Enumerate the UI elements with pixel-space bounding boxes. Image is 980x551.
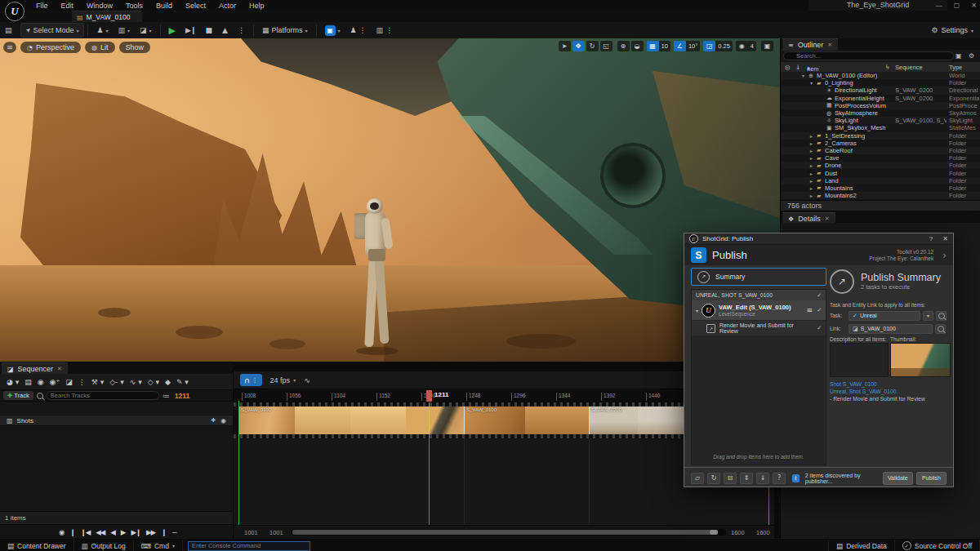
expand-arrow-icon[interactable]: ▾ [696, 308, 698, 313]
transport-button[interactable]: − [172, 528, 176, 536]
menu-item[interactable]: Build [156, 2, 172, 10]
expand-arrow-icon[interactable]: ▾ [802, 73, 808, 78]
surface-snap-toggle[interactable]: ◒ [631, 41, 644, 51]
outliner-row[interactable]: ◍ SkyAtmosphere SkyAtmos [781, 109, 980, 117]
cinematics-dropdown[interactable]: ◪▾ [135, 24, 157, 37]
expand-arrow-icon[interactable]: ▸ [810, 171, 817, 176]
perspective-dropdown[interactable]: ◔ Perspective [20, 42, 81, 53]
sequencer-toolbar-icon[interactable]: ◪ [65, 378, 73, 386]
shot-thumbnail[interactable] [295, 407, 350, 434]
sequencer-toolbar-icon[interactable]: ∿ ▾ [130, 378, 142, 386]
close-icon[interactable]: ✕ [827, 42, 832, 48]
maximize-viewport-button[interactable]: ▣ [761, 41, 773, 51]
dialog-footer-icon-button[interactable]: ⊟ [724, 473, 737, 484]
sequencer-toolbar-icon[interactable]: ◇ ▾ [148, 378, 159, 386]
show-dropdown[interactable]: Show [119, 42, 151, 53]
sequencer-toolbar-icon[interactable]: ◆ [165, 378, 171, 386]
pin-icon[interactable]: ↓ [795, 64, 800, 71]
playhead-marker[interactable] [426, 390, 432, 402]
dialog-footer-icon-button[interactable]: ↻ [707, 473, 720, 484]
outliner-search-input[interactable] [783, 51, 954, 60]
rotate-tool[interactable]: ↻ [586, 41, 599, 51]
revision-control-button[interactable]: ▥⋮ [372, 24, 399, 37]
grid-snap-control[interactable]: ▦ 10 [647, 41, 670, 51]
maximize-button[interactable]: ▢ [954, 2, 960, 9]
add-shot-button[interactable]: ✚ [211, 417, 216, 424]
sequencer-toolbar-icon[interactable]: ⚒ ▾ [91, 378, 104, 386]
outliner-row[interactable]: ▸ ▰ Land Folder [781, 177, 980, 184]
add-actor-dropdown[interactable]: ♟▾ [91, 24, 113, 37]
chevron-right-icon[interactable]: › [942, 250, 947, 261]
sequencer-toolbar-icon[interactable]: ⋮ [78, 378, 86, 386]
item-menu-icon[interactable]: ≡ [807, 306, 813, 314]
scale-snap-control[interactable]: ◲ 0.25 [703, 41, 733, 51]
publish-task-row[interactable]: ↗ Render Movie and Submit for Review ✓ [692, 320, 826, 335]
check-icon[interactable]: ✓ [817, 307, 822, 313]
task-dropdown-button[interactable]: ▾ [923, 311, 933, 321]
dialog-footer-icon-button[interactable]: ▱ [691, 473, 704, 484]
cmd-dropdown[interactable]: ⌨ Cmd ▾ [134, 540, 183, 551]
minimize-button[interactable]: — [936, 2, 942, 9]
play-options-button[interactable]: ⋮ [233, 24, 250, 37]
shot-thumbnail[interactable]: S_VAW_0100 [239, 407, 295, 434]
outliner-row[interactable]: ▾ ▰ 0_Lighting Folder [781, 79, 980, 87]
expand-arrow-icon[interactable]: ▸ [810, 155, 817, 161]
close-icon[interactable]: ✕ [57, 366, 62, 372]
menu-item[interactable]: Edit [61, 2, 74, 10]
outliner-settings-button[interactable]: ⚙ [969, 52, 974, 60]
range-end-value[interactable]: 1600 [756, 529, 770, 536]
snap-toggle[interactable]: ∩ ⋮ [240, 374, 262, 386]
expand-arrow-icon[interactable]: ▸ [810, 193, 817, 198]
task-combobox[interactable]: ✓ Unreal [849, 311, 920, 321]
outliner-row[interactable]: ▸ ▰ Cave Folder [781, 154, 980, 162]
lit-dropdown[interactable]: ◍ Lit [85, 42, 115, 53]
stop-button[interactable]: ■ [201, 24, 218, 37]
fps-dropdown[interactable]: 24 fps ▾ [270, 376, 296, 384]
shot-thumbnail[interactable]: S_VAW_0200 [589, 407, 638, 434]
shot-thumbnail[interactable] [406, 407, 464, 434]
dialog-help-button[interactable]: ? [929, 235, 933, 242]
expand-arrow-icon[interactable]: ▾ [810, 80, 817, 86]
platforms-dropdown[interactable]: ▦ Platforms ▾ [257, 24, 313, 37]
tab-outliner[interactable]: ≡ Outliner ✕ [782, 38, 838, 51]
playhead-line[interactable] [429, 402, 430, 525]
dialog-footer-icon-button[interactable]: ⇓ [756, 473, 769, 484]
viewport-menu-button[interactable]: ≡ [3, 42, 16, 53]
shot-camera-button[interactable]: ◉ [220, 417, 226, 424]
source-control-button[interactable]: ✓ Source Control Off [895, 540, 980, 551]
outliner-row[interactable]: ☀ DirectionalLight S_VAW_0200 Directiona… [781, 87, 980, 94]
dialog-footer-icon-button[interactable]: ? [773, 473, 786, 484]
publish-button[interactable]: Publish [916, 472, 947, 485]
dialog-title-bar[interactable]: U ShotGrid: Publish ? ✕ [684, 233, 953, 245]
outliner-folder-button[interactable]: ▣ [956, 52, 962, 60]
transport-button[interactable]: ◀ [110, 528, 115, 536]
content-drawer-button[interactable]: ▤ Content Drawer [0, 540, 74, 551]
outliner-row[interactable]: ▸ ▰ Dust Folder [781, 169, 980, 176]
shot-thumbnail[interactable] [525, 407, 589, 434]
close-button[interactable]: ✕ [971, 2, 977, 9]
settings-dropdown[interactable]: ⚙ Settings ▾ [931, 26, 973, 34]
link-combobox[interactable]: ◪ S_VAW_0100 [849, 324, 933, 334]
range-start-value[interactable]: 1001 [244, 529, 258, 536]
play-button[interactable]: ▶ [164, 24, 180, 37]
outliner-row[interactable]: ☁ ExponentialHeight S_VAW_0200 Exponenti… [781, 95, 980, 102]
link-search-button[interactable] [935, 324, 946, 334]
entity-link[interactable]: Unreal, Shot S_VAW_0100 [830, 388, 952, 395]
expand-arrow-icon[interactable]: ▸ [810, 178, 817, 184]
save-button[interactable]: ▤ [0, 24, 17, 37]
sequencer-toolbar-icon[interactable]: ◉⁺ [50, 378, 60, 386]
outliner-row[interactable]: ☼ SkyLight S_VAW_0100, S_VAW_0100, S_ Sk… [781, 117, 980, 124]
collab-button[interactable]: ♟⋮ [345, 24, 372, 37]
outliner-row[interactable]: ▸ ▰ Mountains Folder [781, 184, 980, 192]
timeline-scrollbar[interactable] [291, 529, 726, 535]
transport-button[interactable]: ▶▶ [146, 528, 155, 536]
select-tool[interactable]: ➤ [559, 41, 571, 51]
expand-arrow-icon[interactable]: ▸ [810, 162, 817, 168]
menu-item[interactable]: File [36, 2, 48, 10]
expand-arrow-icon[interactable]: ▸ [810, 133, 817, 139]
sequencer-toolbar-icon[interactable]: ▤ [24, 378, 32, 386]
skip-button[interactable]: ▶❙ [180, 24, 200, 37]
derived-data-button[interactable]: ▤ Derived Data [828, 540, 895, 551]
column-type[interactable]: Type [949, 64, 962, 71]
outliner-row[interactable]: ▸ ▰ 2_Cameras Folder [781, 140, 980, 147]
